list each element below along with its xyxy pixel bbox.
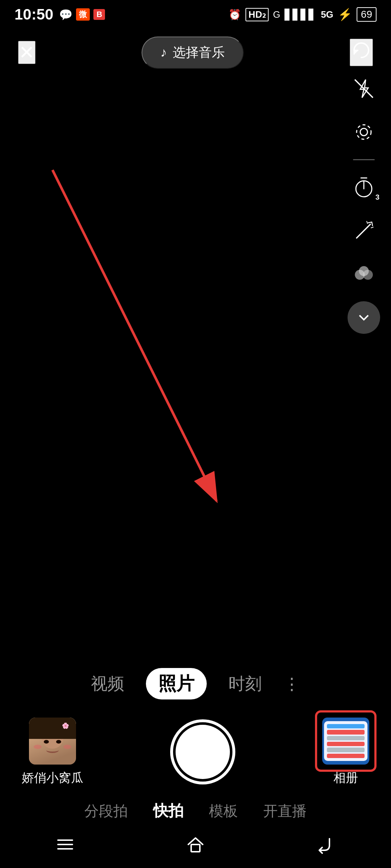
top-bar: ✕ ♪ 选择音乐: [0, 29, 391, 76]
sub-tab-live[interactable]: 开直播: [263, 801, 307, 821]
weibo-badge: 微: [76, 8, 90, 21]
face-blush-left: [34, 745, 42, 749]
select-music-button[interactable]: ♪ 选择音乐: [142, 37, 244, 69]
album-row-6: [327, 754, 365, 758]
svg-line-10: [367, 224, 370, 227]
album-row-5: [327, 748, 365, 752]
flip-camera-button[interactable]: [350, 39, 373, 66]
battery-icon: 69: [357, 7, 377, 22]
alarm-icon: ⏰: [228, 9, 241, 21]
sub-tab-template[interactable]: 模板: [209, 801, 238, 821]
nav-back-button[interactable]: [308, 830, 344, 859]
nav-bar: [0, 821, 391, 868]
network-5g-icon: 5G: [321, 9, 333, 20]
face-eyes: [44, 740, 61, 744]
face-mouth: [46, 747, 59, 753]
right-sidebar: 3: [348, 72, 380, 334]
music-note-icon: ♪: [160, 45, 167, 60]
nav-home-button[interactable]: [177, 830, 214, 859]
wifi-icon: ⚡: [338, 8, 352, 21]
settings-icon-button[interactable]: [348, 116, 380, 148]
sub-tab-quick[interactable]: 快拍: [153, 801, 184, 821]
status-bar: 10:50 💬 微 B ⏰ HD₂ G ▋▋▋▋ 5G ⚡ 69: [0, 0, 391, 29]
shutter-inner: [176, 725, 230, 779]
timer-icon-button[interactable]: 3: [348, 171, 380, 204]
eye-right: [56, 740, 61, 744]
svg-point-3: [360, 128, 367, 136]
svg-line-14: [371, 227, 373, 228]
album-wrap[interactable]: 相册: [322, 718, 369, 786]
mode-tabs: 视频 照片 时刻 ⋮: [0, 668, 391, 699]
face-flower: 🌸: [62, 722, 69, 729]
album-thumb-inner: [324, 721, 367, 761]
music-button-label: 选择音乐: [173, 44, 225, 61]
color-icon-button[interactable]: [348, 258, 380, 290]
album-thumbnail: [322, 718, 369, 765]
face-sim: 🌸: [29, 718, 76, 765]
more-button[interactable]: [348, 301, 380, 334]
status-time: 10:50: [14, 6, 53, 23]
nav-menu-button[interactable]: [47, 830, 83, 859]
album-row-3: [327, 736, 365, 740]
svg-line-12: [372, 222, 373, 226]
mode-more-icon[interactable]: ⋮: [283, 674, 300, 694]
album-row-4: [327, 742, 365, 746]
signal-g-icon: G: [273, 9, 280, 20]
bottom-area: 视频 照片 时刻 ⋮ 🌸 娇俏小窝瓜: [0, 668, 391, 821]
avatar-image: 🌸: [29, 718, 76, 765]
svg-line-11: [368, 222, 372, 223]
mode-tab-photo[interactable]: 照片: [146, 668, 207, 699]
mode-tab-moment[interactable]: 时刻: [228, 673, 262, 695]
signal-bars-icon: ▋▋▋▋: [285, 9, 316, 21]
beauty-icon-button[interactable]: [348, 214, 380, 247]
sub-tabs: 分段拍 快拍 模板 开直播: [0, 801, 391, 821]
album-row-1: [327, 724, 365, 728]
sub-tab-segment[interactable]: 分段拍: [84, 801, 128, 821]
shutter-button[interactable]: [170, 719, 235, 784]
avatar-wrap[interactable]: 🌸 娇俏小窝瓜: [22, 718, 83, 786]
avatar-label: 娇俏小窝瓜: [22, 770, 83, 786]
svg-point-4: [357, 125, 371, 139]
svg-rect-21: [191, 844, 200, 852]
album-row-2: [327, 730, 365, 734]
status-icons-right: ⏰ HD₂ G ▋▋▋▋ 5G ⚡ 69: [228, 7, 377, 22]
notification-icons: 💬 微 B: [59, 8, 105, 21]
album-label: 相册: [333, 770, 358, 786]
svg-point-17: [359, 266, 369, 276]
camera-controls: 🌸 娇俏小窝瓜 相册: [0, 718, 391, 786]
app-badge: B: [93, 9, 105, 20]
svg-line-9: [357, 227, 367, 238]
face-blush-right: [63, 745, 71, 749]
eye-left: [44, 740, 49, 744]
mode-tab-video[interactable]: 视频: [91, 673, 124, 695]
flash-icon-button[interactable]: [348, 72, 380, 105]
sidebar-divider: [353, 159, 375, 160]
timer-number: 3: [375, 193, 379, 201]
hd-badge: HD₂: [245, 8, 269, 21]
close-button[interactable]: ✕: [18, 41, 35, 64]
face-hair: [29, 718, 76, 739]
svg-line-13: [367, 221, 367, 224]
